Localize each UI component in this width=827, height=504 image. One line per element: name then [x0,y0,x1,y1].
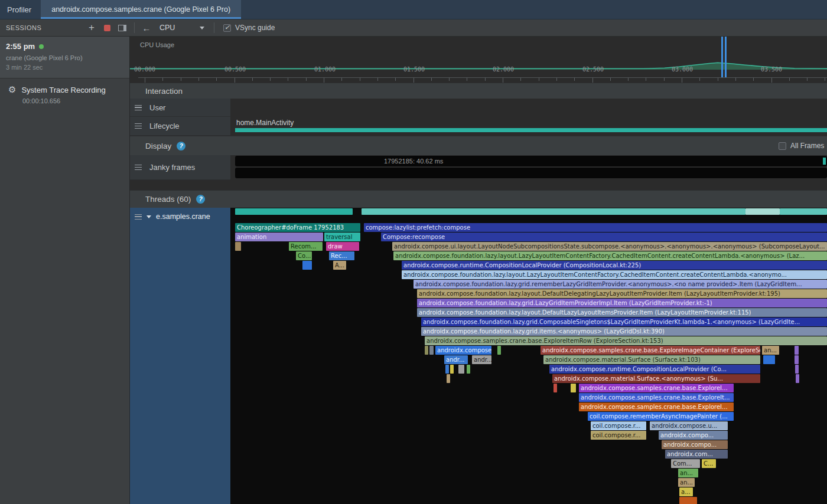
lifecycle-track-label[interactable]: Lifecycle [130,117,230,136]
trace-event-bar[interactable]: traversal [324,233,360,241]
janky-frame-lane[interactable]: 17952185: 40.62 ms [235,156,827,166]
trace-event-bar[interactable]: an... [762,346,779,355]
trace-event-bar[interactable]: Recom... [289,242,323,251]
trace-event-bar[interactable]: Co... [296,251,312,260]
session-tab-title: androidx.compose.samples.crane (Google P… [51,5,230,14]
all-frames-checkbox[interactable]: All Frames [779,136,824,155]
drag-handle-icon[interactable] [135,165,142,170]
janky-frames-track: Janky frames 17952185: 40.62 ms [130,155,827,180]
trace-event-bar[interactable]: andr... [472,355,491,364]
vsync-guide-checkbox[interactable]: VSync guide [223,24,275,32]
add-session-icon[interactable] [84,21,99,34]
janky-track-label[interactable]: Janky frames [130,155,230,180]
trace-event-bar[interactable]: an... [678,478,695,487]
drag-handle-icon[interactable] [135,123,142,129]
trace-event-bar[interactable] [447,374,450,383]
trace-event-bar[interactable]: coil.compose.rememberAsyncImagePainter (… [588,412,734,421]
drag-handle-icon[interactable] [135,105,142,110]
back-arrow-icon[interactable] [139,21,154,34]
trace-event-bar[interactable]: androidx.compose.samples.crane.base.Expl… [579,402,734,411]
trace-event-bar[interactable]: androidx.compose.foundation.lazy.layout.… [402,270,827,279]
trace-event-bar[interactable]: androidx.compose.runtime.CompositionLoca… [549,365,760,374]
trace-event-bar[interactable] [763,355,775,364]
help-icon[interactable] [177,142,185,150]
trace-event-bar[interactable]: androidx.compose.foundation.lazy.grid.it… [421,327,827,336]
trace-event-bar[interactable]: androidx.compose.samples.crane.base.Expl… [579,384,734,392]
trace-event-bar[interactable] [679,497,697,504]
trace-event-bar[interactable] [425,346,428,355]
trace-event-bar[interactable] [497,346,501,355]
trace-event-bar[interactable]: androidx.compose.foundation.lazy.layout.… [393,251,827,260]
trace-event-bar[interactable]: androidx.compose.runtime.CompositionLoca… [402,261,827,270]
trace-event-bar[interactable] [458,365,464,374]
trace-event-bar[interactable] [450,365,454,374]
trace-event-bar[interactable]: androidx.compose.samples.crane.base.Expl… [425,336,827,345]
trace-event-bar[interactable] [445,365,449,374]
drag-handle-icon[interactable] [135,214,142,220]
trace-event-bar[interactable]: androidx.compose.foundation.lazy.layout.… [417,289,827,298]
checkbox-unchecked-icon [779,142,786,150]
trace-event-bar[interactable]: Compose:recompose [381,233,827,241]
cpu-usage-track[interactable]: CPU Usage 00.00000.50001.00001.50002.000… [130,37,827,83]
trace-event-bar[interactable]: androidx.compose.samples.crane.base.Expl… [541,346,760,355]
trace-event-bar[interactable] [795,346,799,355]
trace-event-bar[interactable]: a... [679,487,693,496]
trace-event-bar[interactable]: andr... [444,355,468,364]
trace-event-bar[interactable]: Rec... [329,251,354,260]
trace-event-bar[interactable]: Choreographer#doFrame 17952183 [235,223,360,232]
janky-frame-lane[interactable] [235,168,827,178]
trace-event-bar[interactable] [302,261,312,270]
trace-event-bar[interactable]: an... [678,469,698,477]
trace-event-bar[interactable]: androidx.compose.foundation.lazy.grid.re… [414,280,827,289]
trace-event-bar[interactable]: A... [333,261,346,270]
trace-event-bar[interactable]: androidx.compose.ui.layout.LayoutNodeSub… [392,242,827,251]
help-icon[interactable] [196,195,205,204]
trace-event-bar[interactable] [553,384,557,392]
profiler-tool-label: Profiler [0,5,41,14]
recording-item[interactable]: System Trace Recording 00:00:10.656 [0,78,129,110]
trace-event-bar[interactable]: androidx.compose.samples.crane.base.Expl… [579,393,734,402]
trace-event-bar[interactable]: androidx.compose.material.Surface (Surfa… [543,355,760,364]
trace-event-bar[interactable] [795,355,799,364]
trace-event-bar[interactable]: androidx.compose.foundation.lazy.layout.… [417,308,827,317]
toolbar-separator [134,22,135,33]
trace-event-bar[interactable]: coil.compose.r... [591,421,646,430]
trace-event-bar[interactable]: androidx.compose.foundation.lazy.grid.La… [417,299,827,307]
trace-event-bar[interactable]: Com... [671,459,700,468]
expand-caret-icon[interactable] [146,215,151,218]
lifecycle-activity-bar[interactable] [235,128,827,132]
flame-chart[interactable]: Choreographer#doFrame 17952183compose:la… [230,208,827,504]
user-track-label[interactable]: User [130,99,230,117]
trace-event-bar[interactable]: animation [235,233,323,241]
trace-event-bar[interactable]: C... [702,459,716,468]
trace-event-bar[interactable] [571,384,576,392]
trace-event-bar[interactable]: coil.compose.r... [591,431,646,440]
trace-event-bar[interactable]: androidx.compose.u... [650,421,728,430]
trace-event-bar[interactable] [429,346,434,355]
stop-recording-icon[interactable] [99,21,115,34]
collapse-panel-icon[interactable] [115,21,130,34]
trace-event-bar[interactable]: androidx.com... [665,450,728,459]
thread-row-e-samples-crane[interactable]: e.samples.crane [135,212,227,221]
trace-event-bar[interactable]: androidx.compose.foundation.lazy.grid.Co… [421,318,827,326]
trace-event-bar[interactable] [796,374,799,383]
lifecycle-track-chart[interactable]: home.MainActivity [230,117,827,136]
janky-track-chart[interactable]: 17952185: 40.62 ms [230,155,827,180]
trace-event-bar[interactable]: androidx.compo... [659,431,728,440]
profiler-view-dropdown[interactable]: CPU [154,21,210,34]
checkbox-checked-icon [223,24,231,32]
trace-event-bar[interactable] [235,242,241,251]
trace-event-bar[interactable]: draw [326,242,359,251]
session-tab[interactable]: androidx.compose.samples.crane (Google P… [41,0,241,19]
trace-event-bar[interactable]: androidx.compose.ui.layout.m... [435,346,491,355]
cpu-usage-chart [130,37,827,83]
session-card[interactable]: 2:55 pm crane (Google Pixel 6 Pro) 3 min… [0,37,129,78]
trace-event-bar[interactable]: compose:lazylist:prefetch:compose [364,223,827,232]
trace-event-bar[interactable]: androidx.compose.material.Surface.<anony… [552,374,760,383]
android-studio-profiler: Profiler androidx.compose.samples.crane … [0,0,827,504]
trace-event-bar[interactable] [467,365,470,374]
trace-event-bar[interactable]: androidx.compo... [662,440,728,449]
trace-event-bar[interactable] [795,365,799,374]
thread-activity-segment [745,208,780,215]
user-track-chart[interactable] [230,99,827,117]
